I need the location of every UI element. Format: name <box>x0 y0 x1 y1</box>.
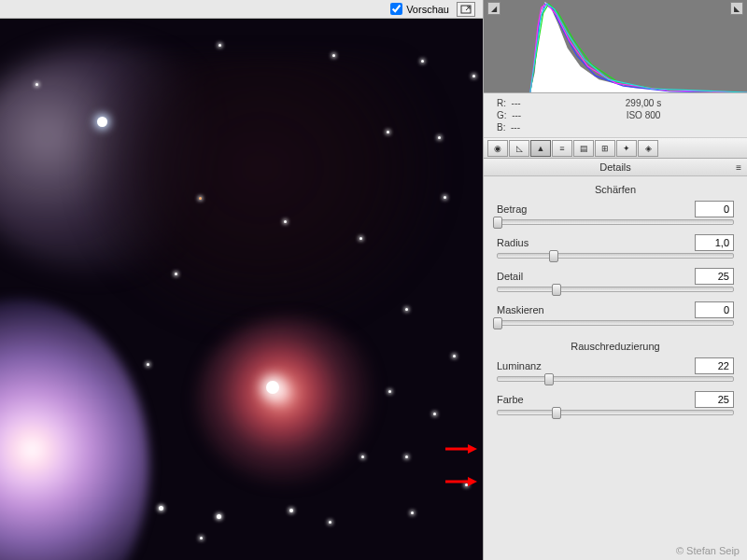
detail-slider-row: Detail <box>484 266 747 300</box>
panel-title: Details <box>599 161 631 173</box>
radius-slider[interactable] <box>497 253 734 259</box>
detail-label: Detail <box>497 271 523 282</box>
luminance-slider[interactable] <box>497 376 734 382</box>
tab-lens-icon[interactable]: ⊞ <box>595 140 615 157</box>
radius-input[interactable] <box>695 234 734 251</box>
histogram[interactable]: ◢ ◣ <box>484 0 747 93</box>
radius-label: Radius <box>497 237 529 248</box>
tab-detail-icon[interactable]: ▲ <box>530 140 551 157</box>
tab-fx-icon[interactable]: ✦ <box>616 140 637 157</box>
sharpen-section-title: Schärfen <box>484 176 747 199</box>
luminance-thumb[interactable] <box>544 373 554 385</box>
amount-thumb[interactable] <box>493 217 502 229</box>
amount-slider[interactable] <box>497 219 734 225</box>
masking-slider-row: Maskieren <box>484 300 747 333</box>
color-thumb[interactable] <box>552 407 561 419</box>
radius-thumb[interactable] <box>549 250 558 262</box>
noise-section-title: Rauschreduzierung <box>484 333 747 356</box>
preview-checkbox-label[interactable]: Vorschau <box>390 3 449 15</box>
color-label: Farbe <box>497 394 524 405</box>
tab-basic-icon[interactable]: ◉ <box>487 140 508 157</box>
color-slider[interactable] <box>497 410 734 415</box>
luminance-input[interactable] <box>695 357 734 374</box>
side-panel: ◢ ◣ R: --- G: --- B: --- 299,00 s ISO 80… <box>483 0 747 560</box>
color-slider-row: Farbe <box>484 389 747 423</box>
amount-input[interactable] <box>695 201 734 217</box>
panel-tabs: ◉ ◺ ▲ ≡ ▤ ⊞ ✦ ◈ <box>484 138 747 159</box>
panel-menu-icon[interactable]: ≡ <box>736 162 741 173</box>
luminance-label: Luminanz <box>497 360 542 371</box>
preview-pane: Vorschau <box>0 0 483 560</box>
preview-label-text: Vorschau <box>406 4 449 15</box>
tab-split-icon[interactable]: ▤ <box>573 140 594 157</box>
iso-value: ISO 800 <box>553 109 734 121</box>
masking-label: Maskieren <box>497 304 544 315</box>
preview-checkbox[interactable] <box>390 3 402 15</box>
preview-toolbar: Vorschau <box>0 0 483 19</box>
detail-input[interactable] <box>695 268 734 285</box>
radius-slider-row: Radius <box>484 232 747 266</box>
masking-input[interactable] <box>695 301 734 318</box>
fullscreen-button[interactable] <box>457 2 475 17</box>
luminance-slider-row: Luminanz <box>484 356 747 389</box>
credit-text: © Stefan Seip <box>676 545 740 556</box>
amount-slider-row: Betrag <box>484 199 747 232</box>
amount-label: Betrag <box>497 203 527 215</box>
svg-marker-2 <box>468 444 477 454</box>
masking-thumb[interactable] <box>493 317 502 329</box>
panel-title-bar: Details ≡ <box>484 159 747 176</box>
tab-curve-icon[interactable]: ◺ <box>509 140 529 157</box>
masking-slider[interactable] <box>497 320 734 326</box>
exposure-value: 299,00 s <box>553 97 734 109</box>
tab-camera-icon[interactable]: ◈ <box>638 140 658 157</box>
svg-marker-4 <box>468 477 477 486</box>
detail-thumb[interactable] <box>552 284 561 296</box>
color-input[interactable] <box>695 391 734 408</box>
detail-slider[interactable] <box>497 287 734 292</box>
exif-info: R: --- G: --- B: --- 299,00 s ISO 800 <box>484 93 747 138</box>
arrow-annotation <box>445 473 477 483</box>
arrow-annotation <box>445 441 477 450</box>
tab-hsl-icon[interactable]: ≡ <box>552 140 572 157</box>
image-preview[interactable] <box>0 19 483 560</box>
